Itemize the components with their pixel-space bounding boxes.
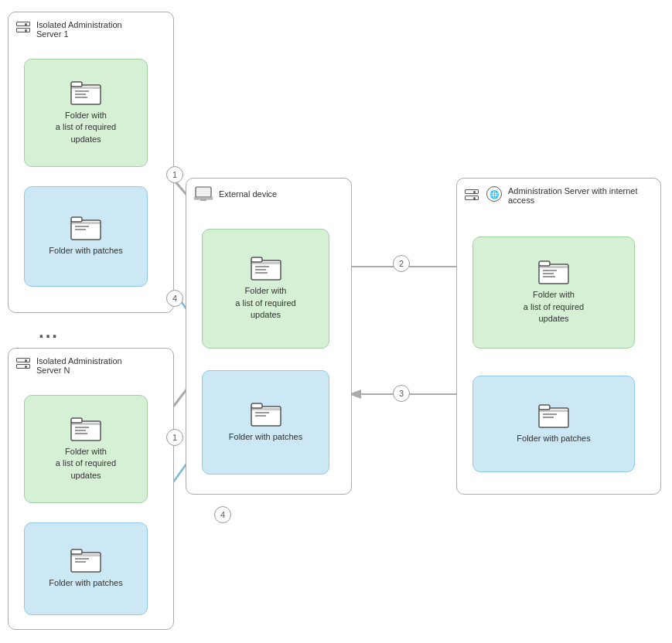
inet-updates-icon	[538, 260, 569, 284]
external-device-text: External device	[219, 189, 277, 199]
svg-rect-29	[194, 197, 213, 199]
ext-patches-label: Folder with patches	[229, 431, 302, 443]
inet-server-label-line1: Administration Server with internet	[508, 186, 638, 196]
svg-rect-11	[71, 82, 82, 87]
diagram-container: Isolated Administration Server 1 Folder …	[0, 0, 672, 643]
server-1-icon	[16, 22, 30, 32]
step-4-top-label: 4	[172, 294, 177, 303]
server-n-icon	[16, 358, 30, 369]
external-device-label: External device	[194, 186, 277, 202]
inet-server-label-line2: access	[508, 196, 638, 205]
sn-updates-label: Folder witha list of requiredupdates	[56, 446, 116, 481]
step-3-label: 3	[399, 389, 404, 398]
s1-updates-folder: Folder witha list of requiredupdates	[24, 59, 148, 167]
ext-updates-icon	[251, 256, 281, 281]
svg-rect-22	[71, 418, 82, 423]
step-4-bottom-label: 4	[220, 510, 225, 519]
ext-updates-label: Folder witha list of requiredupdates	[235, 285, 295, 321]
svg-rect-28	[196, 187, 211, 197]
isolated-server-n-label: Isolated Administration Server N	[16, 356, 122, 375]
s1-patches-icon	[70, 216, 101, 240]
globe-icon: 🌐	[486, 186, 502, 202]
inet-patches-folder: Folder with patches	[472, 376, 635, 472]
svg-rect-52	[539, 405, 550, 410]
s1-patches-label: Folder with patches	[49, 245, 122, 257]
inet-updates-folder: Folder witha list of requiredupdates	[472, 236, 635, 349]
svg-rect-30	[200, 199, 206, 201]
server-n-label-line1: Isolated Administration	[36, 356, 122, 366]
sn-patches-folder: Folder with patches	[24, 522, 148, 615]
inet-patches-label: Folder with patches	[517, 433, 590, 444]
ext-patches-folder: Folder with patches	[202, 370, 329, 475]
isolated-server-n-box: Isolated Administration Server N Folder …	[8, 348, 174, 630]
external-device-icon	[194, 186, 213, 202]
isolated-server-1-label: Isolated Administration Server 1	[16, 20, 122, 39]
sn-updates-icon	[70, 417, 101, 441]
step-2-label: 2	[399, 259, 404, 268]
step-4-bottom-circle: 4	[214, 506, 231, 523]
step-1-top-circle: 1	[166, 166, 183, 183]
s1-updates-icon	[70, 80, 101, 105]
svg-rect-16	[71, 217, 82, 222]
step-4-top-circle: 4	[166, 290, 183, 307]
inet-server-label: 🌐 Administration Server with internet ac…	[465, 186, 638, 205]
svg-rect-27	[71, 549, 82, 554]
inet-server-box: 🌐 Administration Server with internet ac…	[456, 178, 661, 495]
step-2-circle: 2	[393, 255, 410, 272]
svg-rect-47	[539, 261, 550, 266]
inet-patches-icon	[538, 403, 569, 428]
external-device-box: External device Folder witha list of req…	[186, 178, 352, 495]
ext-updates-folder: Folder witha list of requiredupdates	[202, 229, 329, 349]
step-1-top-label: 1	[172, 170, 177, 179]
svg-rect-36	[251, 257, 262, 262]
server-n-label-line2: Server N	[36, 366, 122, 375]
s1-updates-label: Folder witha list of requiredupdates	[56, 110, 116, 145]
sn-updates-folder: Folder witha list of requiredupdates	[24, 395, 148, 503]
server-1-label-line2: Server 1	[36, 29, 122, 39]
dots-text: ...	[39, 321, 59, 342]
dots-separator: ...	[39, 321, 59, 342]
server-1-label-line1: Isolated Administration	[36, 20, 122, 29]
step-1-bottom-circle: 1	[166, 429, 183, 446]
step-3-circle: 3	[393, 385, 410, 402]
svg-rect-41	[251, 403, 262, 408]
inet-updates-label: Folder witha list of requiredupdates	[524, 289, 584, 325]
ext-patches-icon	[251, 402, 281, 427]
step-1-bottom-label: 1	[172, 433, 177, 442]
inet-server-icon	[465, 189, 479, 200]
isolated-server-1-box: Isolated Administration Server 1 Folder …	[8, 12, 174, 313]
s1-patches-folder: Folder with patches	[24, 186, 148, 287]
sn-patches-icon	[70, 548, 101, 573]
sn-patches-label: Folder with patches	[49, 577, 122, 589]
